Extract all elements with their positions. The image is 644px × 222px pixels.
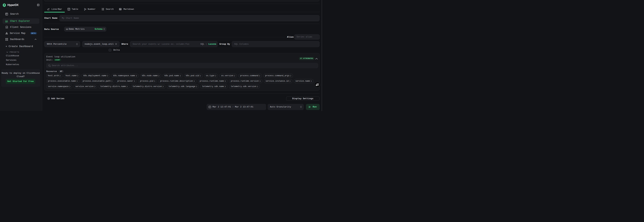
svg-text:2: 2 [84, 9, 85, 10]
svg-text:3: 3 [85, 8, 86, 10]
